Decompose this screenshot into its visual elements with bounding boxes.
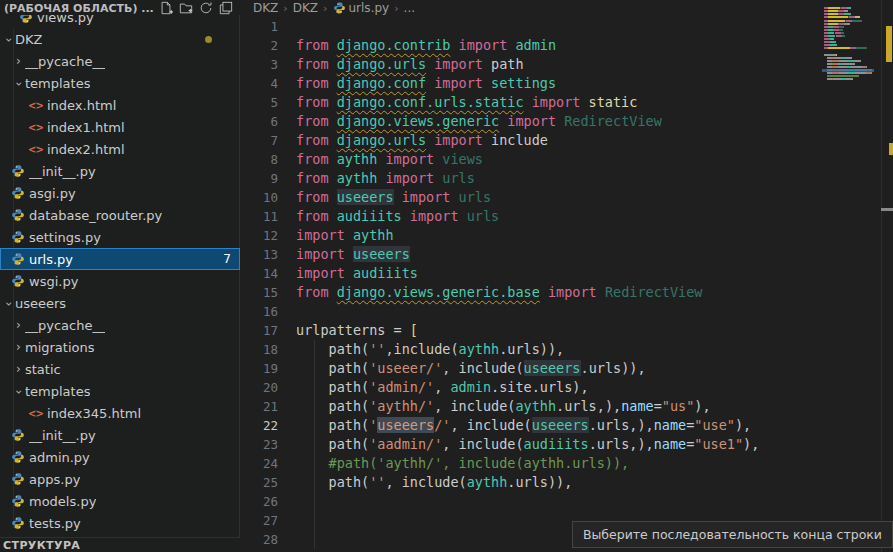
- tree-item-label: tests.py: [29, 516, 81, 531]
- problems-badge: 7: [223, 252, 231, 266]
- code-line-16[interactable]: 16: [241, 302, 881, 321]
- indent-guide: [314, 435, 315, 454]
- tree-item-label: index345.html: [47, 406, 141, 421]
- line-number: 5: [241, 93, 278, 112]
- tree-item-admin-py[interactable]: admin.py: [0, 446, 240, 468]
- code-line-17[interactable]: 17urlpatterns = [: [241, 321, 881, 340]
- code-line-8[interactable]: 8from aythh import views: [241, 150, 881, 169]
- tree-item-urls-py[interactable]: urls.py7: [0, 248, 240, 270]
- collapse-folders-icon[interactable]: [216, 1, 236, 15]
- tree-item-label: wsgi.py: [29, 274, 78, 289]
- breadcrumb-segment[interactable]: DKZ: [293, 1, 318, 15]
- tree-item--init-py[interactable]: __init__.py: [0, 160, 240, 182]
- explorer-sidebar: views.py›DKZ›__pycache__›templates<>inde…: [0, 0, 240, 552]
- code-line-20[interactable]: 20 path('admin/', admin.site.urls),: [241, 378, 881, 397]
- code-line-4[interactable]: 4from django.conf import settings: [241, 74, 881, 93]
- warning-marks: [886, 26, 892, 62]
- outline-label: СТРУКТУРА: [0, 539, 80, 552]
- code-line-11[interactable]: 11from audiiits import urls: [241, 207, 881, 226]
- code-area[interactable]: 12from django.contrib import admin3from …: [241, 17, 881, 549]
- tree-item-label: __pycache__: [25, 54, 105, 69]
- python-file-icon: [333, 2, 346, 15]
- line-number: 15: [241, 283, 278, 302]
- html-file-icon: <>: [28, 120, 43, 135]
- chevron-right-icon: ›: [12, 318, 25, 332]
- tree-item-models-py[interactable]: models.py: [0, 490, 240, 512]
- new-folder-icon[interactable]: [176, 1, 196, 15]
- code-line-15[interactable]: 15from django.views.generic.base import …: [241, 283, 881, 302]
- breadcrumb-segment[interactable]: ...: [404, 1, 415, 15]
- overview-ruler[interactable]: [881, 0, 893, 552]
- refresh-icon[interactable]: [196, 1, 216, 15]
- tree-item-label: index2.html: [47, 142, 125, 157]
- code-line-26[interactable]: 26: [241, 492, 881, 511]
- tree-item-tests-py[interactable]: tests.py: [0, 512, 240, 534]
- code-line-24[interactable]: 24 #path('aythh/', include(aythh.urls)),: [241, 454, 881, 473]
- code-line-21[interactable]: 21 path('aythh/', include(aythh.urls,),n…: [241, 397, 881, 416]
- new-file-icon[interactable]: [156, 1, 176, 15]
- tree-item-templates[interactable]: ›templates: [0, 72, 240, 94]
- code-line-25[interactable]: 25 path('', include(aythh.urls)),: [241, 473, 881, 492]
- tree-item-label: index1.html: [47, 120, 125, 135]
- code-line-3[interactable]: 3from django.urls import path: [241, 55, 881, 74]
- modified-dot-icon: [205, 36, 212, 43]
- code-line-22[interactable]: 22 path('useeers/', include(useeers.urls…: [241, 416, 881, 435]
- indent-guide: [314, 530, 315, 549]
- tree-item-migrations[interactable]: ›migrations: [0, 336, 240, 358]
- code-line-19[interactable]: 19 path('useeer/', include(useeers.urls)…: [241, 359, 881, 378]
- breadcrumb-separator-icon: ›: [283, 2, 287, 15]
- tree-item--init-py[interactable]: __init__.py: [0, 424, 240, 446]
- code-line-9[interactable]: 9from aythh import urls: [241, 169, 881, 188]
- code-line-12[interactable]: 12import aythh: [241, 226, 881, 245]
- code-line-23[interactable]: 23 path('aadmin/', include(audiiits.urls…: [241, 435, 881, 454]
- code-line-18[interactable]: 18 path('',include(aythh.urls)),: [241, 340, 881, 359]
- breadcrumb-segment[interactable]: urls.py: [349, 1, 390, 15]
- python-file-icon: [10, 164, 25, 179]
- cursor-mark: [881, 208, 893, 211]
- breadcrumb-segment[interactable]: DKZ: [253, 1, 278, 15]
- line-number: 7: [241, 131, 278, 150]
- tree-item-database-roouter-py[interactable]: database_roouter.py: [0, 204, 240, 226]
- chevron-down-icon: ›: [2, 298, 16, 311]
- tree-item--pycache-[interactable]: ›__pycache__: [0, 314, 240, 336]
- code-line-2[interactable]: 2from django.contrib import admin: [241, 36, 881, 55]
- outline-section-header[interactable]: СТРУКТУРА: [0, 537, 240, 552]
- python-file-icon: [10, 516, 25, 531]
- tree-item-settings-py[interactable]: settings.py: [0, 226, 240, 248]
- workspace-title: (РАБОЧАЯ ОБЛАСТЬ) ...: [4, 2, 156, 15]
- indent-guide: [314, 340, 315, 359]
- tree-item-index2-html[interactable]: <>index2.html: [0, 138, 240, 160]
- minimap[interactable]: [822, 0, 881, 552]
- explorer-section-header[interactable]: (РАБОЧАЯ ОБЛАСТЬ) ...: [0, 0, 240, 15]
- python-file-icon: [10, 252, 25, 267]
- code-line-5[interactable]: 5from django.conf.urls.static import sta…: [241, 93, 881, 112]
- python-file-icon: [10, 208, 25, 223]
- tree-item-templates[interactable]: ›templates: [0, 380, 240, 402]
- breadcrumb-separator-icon: ›: [323, 2, 327, 15]
- tree-item--pycache-[interactable]: ›__pycache__: [0, 50, 240, 72]
- tree-item-index1-html[interactable]: <>index1.html: [0, 116, 240, 138]
- breadcrumb-separator-icon: ›: [394, 2, 398, 15]
- tree-item-index-html[interactable]: <>index.html: [0, 94, 240, 116]
- code-line-10[interactable]: 10from useeers import urls: [241, 188, 881, 207]
- code-line-7[interactable]: 7from django.urls import include: [241, 131, 881, 150]
- chevron-right-icon: ›: [12, 340, 25, 354]
- line-number: 6: [241, 112, 278, 131]
- breadcrumb: DKZ›DKZ›urls.py›...: [241, 0, 893, 16]
- tree-item-wsgi-py[interactable]: wsgi.py: [0, 270, 240, 292]
- tree-item-label: admin.py: [29, 450, 90, 465]
- tree-item-useeers[interactable]: ›useeers: [0, 292, 240, 314]
- tree-item-index345-html[interactable]: <>index345.html: [0, 402, 240, 424]
- code-line-14[interactable]: 14import audiiits: [241, 264, 881, 283]
- tree-item-dkz[interactable]: ›DKZ: [0, 28, 240, 50]
- code-line-6[interactable]: 6from django.views.generic import Redire…: [241, 112, 881, 131]
- line-number: 11: [241, 207, 278, 226]
- indent-guide: [314, 454, 315, 473]
- code-line-1[interactable]: 1: [241, 17, 881, 36]
- tree-item-label: settings.py: [29, 230, 101, 245]
- tree-item-apps-py[interactable]: apps.py: [0, 468, 240, 490]
- tree-item-static[interactable]: ›static: [0, 358, 240, 380]
- line-number: 12: [241, 226, 278, 245]
- code-line-13[interactable]: 13import useeers: [241, 245, 881, 264]
- tree-item-asgi-py[interactable]: asgi.py: [0, 182, 240, 204]
